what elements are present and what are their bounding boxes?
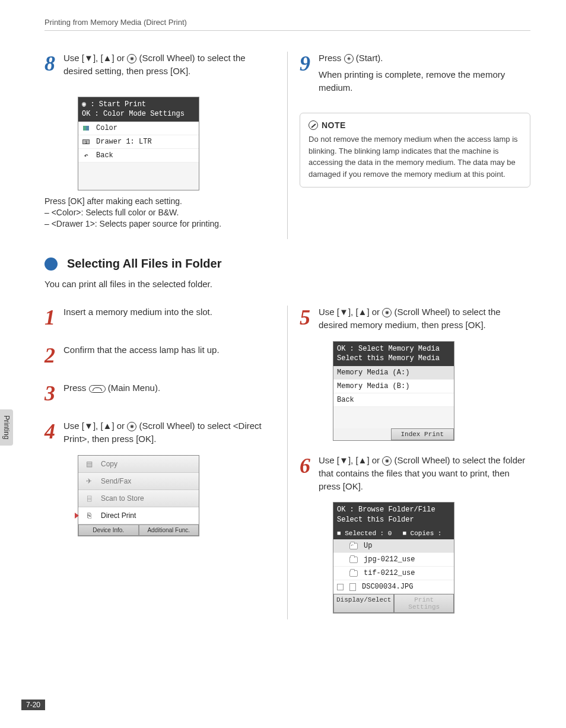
side-tab: Printing bbox=[0, 409, 13, 446]
menu-footer-tab: Additional Func. bbox=[139, 524, 199, 536]
breadcrumb: Printing from Memory Media (Direct Print… bbox=[44, 18, 530, 31]
lcd-row-label: jpg-0212_use bbox=[364, 555, 415, 564]
step-text: Press (Start). When printing is complete… bbox=[319, 52, 530, 97]
up-triangle-icon bbox=[358, 307, 367, 317]
folder-up-icon bbox=[349, 543, 358, 549]
main-menu-icon bbox=[89, 385, 106, 393]
menu-label: Direct Print bbox=[101, 511, 136, 520]
lcd-header-line: Select this Folder bbox=[337, 515, 450, 525]
step-number: 2 bbox=[44, 344, 55, 366]
lcd-start-print: ◉ : Start Print OK : Color Mode Settings… bbox=[78, 97, 199, 191]
scan-icon: ⌸ bbox=[83, 494, 95, 503]
t: ] or bbox=[112, 421, 127, 431]
step-text: Confirm that the access lamp has lit up. bbox=[63, 344, 220, 366]
step-9: 9 Press (Start). When printing is comple… bbox=[300, 52, 530, 97]
t: – <Color>: Selects full color or B&W. bbox=[44, 208, 275, 217]
lcd-header-line: ◉ : Start Print bbox=[82, 100, 195, 110]
lcd-browse-folder: OK : Browse Folder/File Select this Fold… bbox=[333, 502, 454, 613]
t: ] or bbox=[367, 455, 382, 465]
section-title: Selecting All Files in Folder bbox=[67, 257, 221, 271]
pencil-icon bbox=[309, 120, 318, 130]
lcd-footer-button: Index Print bbox=[391, 428, 454, 440]
step-number: 1 bbox=[44, 306, 55, 328]
lcd-row: Up bbox=[333, 539, 454, 553]
drawer-icon: 1 bbox=[82, 138, 90, 145]
status-copies: ■ Copies : bbox=[402, 530, 441, 537]
scroll-wheel-icon bbox=[382, 456, 392, 466]
note-box: NOTE Do not remove the memory medium whe… bbox=[300, 113, 530, 187]
lcd-empty bbox=[78, 163, 199, 190]
lcd-row: 1 Drawer 1: LTR bbox=[78, 135, 199, 149]
step-text: Use [], [] or (Scroll Wheel) to select <… bbox=[63, 419, 275, 449]
menu-row: ✈ Send/Fax bbox=[78, 473, 199, 490]
lcd-row: Memory Media (A:) bbox=[333, 366, 454, 380]
t: Use [ bbox=[319, 307, 339, 317]
note-body: Do not remove the memory medium when the… bbox=[309, 133, 522, 180]
lcd-footer-button: Print Settings bbox=[394, 594, 454, 613]
t: ], [ bbox=[93, 421, 103, 431]
step-sub-body: Press [OK] after making each setting. – … bbox=[44, 196, 275, 228]
up-triangle-icon bbox=[103, 53, 112, 63]
t: ], [ bbox=[348, 307, 358, 317]
lcd-header: ◉ : Start Print OK : Color Mode Settings bbox=[78, 97, 199, 122]
folder-icon bbox=[349, 557, 358, 563]
t: Insert a memory medium into the slot. bbox=[63, 306, 212, 319]
step-4: 4 Use [], [] or (Scroll Wheel) to select… bbox=[44, 419, 275, 449]
note-header: NOTE bbox=[309, 120, 522, 130]
page-number: 7-20 bbox=[21, 700, 45, 710]
lcd-row-label: Back bbox=[337, 396, 354, 404]
step-number: 5 bbox=[300, 306, 310, 335]
lcd-row-label: Memory Media (A:) bbox=[337, 368, 409, 377]
scroll-wheel-icon bbox=[127, 422, 136, 431]
t: Use [ bbox=[319, 455, 339, 465]
lcd-row: Color bbox=[78, 122, 199, 135]
menu-footer: Device Info. Additional Func. bbox=[78, 524, 199, 536]
t: ] or bbox=[112, 53, 127, 63]
lcd-header-line: Select this Memory Media bbox=[337, 354, 450, 364]
copy-icon: ▤ bbox=[83, 459, 95, 469]
note-header-label: NOTE bbox=[322, 120, 346, 130]
up-triangle-icon bbox=[103, 421, 112, 431]
menu-row: ▤ Copy bbox=[78, 456, 199, 473]
start-icon bbox=[344, 54, 354, 63]
color-icon bbox=[82, 125, 90, 132]
lcd-row-label: tif-0212_use bbox=[364, 569, 415, 577]
t: Use [ bbox=[63, 421, 84, 431]
step-text: Use [], [] or (Scroll Wheel) to select t… bbox=[319, 306, 530, 335]
lcd-row-label: DSC00034.JPG bbox=[362, 583, 413, 591]
step-text: Insert a memory medium into the slot. bbox=[63, 306, 212, 328]
t: ], [ bbox=[348, 455, 358, 465]
lcd-footer-button: Display/Select bbox=[333, 594, 394, 613]
lcd-row: tif-0212_use bbox=[333, 567, 454, 580]
menu-label: Scan to Store bbox=[101, 494, 144, 503]
step-text: Press (Main Menu). bbox=[63, 382, 160, 404]
scroll-wheel-icon bbox=[382, 308, 392, 317]
t: Press bbox=[319, 53, 344, 63]
t: (Main Menu). bbox=[106, 383, 161, 393]
section-heading: Selecting All Files in Folder bbox=[44, 257, 530, 271]
step-2: 2 Confirm that the access lamp has lit u… bbox=[44, 344, 275, 366]
up-triangle-icon bbox=[358, 455, 367, 465]
lcd-row: DSC00034.JPG bbox=[333, 580, 454, 594]
t: Press bbox=[63, 383, 89, 393]
step-number: 8 bbox=[44, 52, 55, 81]
step-1: 1 Insert a memory medium into the slot. bbox=[44, 306, 275, 328]
step-5: 5 Use [], [] or (Scroll Wheel) to select… bbox=[300, 306, 530, 335]
t: – <Drawer 1>: Selects paper source for p… bbox=[44, 219, 275, 228]
step-6: 6 Use [], [] or (Scroll Wheel) to select… bbox=[300, 454, 530, 496]
down-triangle-icon bbox=[339, 455, 348, 465]
lcd-row: jpg-0212_use bbox=[333, 553, 454, 567]
step-8: 8 Use [], [] or (Scroll Wheel) to select… bbox=[44, 52, 275, 81]
lcd-header-line: OK : Select Memory Media bbox=[337, 344, 450, 354]
step-3: 3 Press (Main Menu). bbox=[44, 382, 275, 404]
menu-label: Send/Fax bbox=[101, 477, 131, 485]
lcd-status-bar: ■ Selected : 0 ■ Copies : bbox=[333, 527, 454, 539]
down-triangle-icon bbox=[84, 421, 93, 431]
lcd-header-line: OK : Browse Folder/File bbox=[337, 505, 450, 515]
lcd-row: Back bbox=[333, 393, 454, 407]
lcd-row-label: Color bbox=[96, 124, 117, 132]
status-selected: ■ Selected : 0 bbox=[337, 530, 392, 537]
step-text: Use [], [] or (Scroll Wheel) to select t… bbox=[63, 52, 275, 81]
lcd-row-label: Up bbox=[364, 542, 372, 550]
lcd-header: OK : Select Memory Media Select this Mem… bbox=[333, 342, 454, 367]
